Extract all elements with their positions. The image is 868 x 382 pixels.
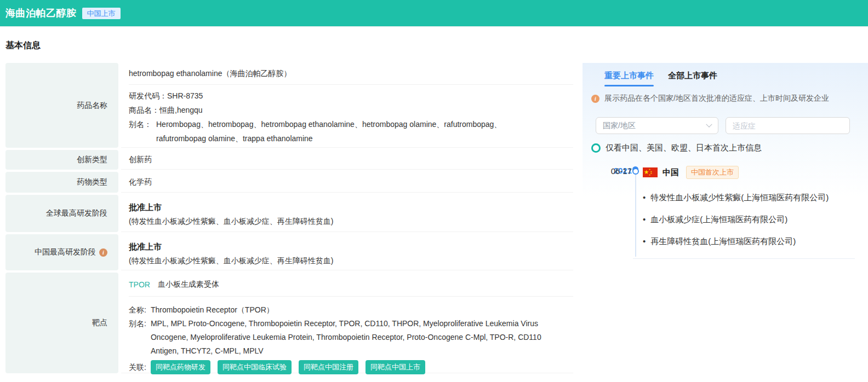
china-stage-value: 批准上市 <box>129 240 573 253</box>
drug-title: 海曲泊帕乙醇胺 <box>5 7 77 20</box>
country-region-placeholder: 国家/地区 <box>603 121 636 131</box>
row-value: 批准上市 (特发性血小板减少性紫癜、血小板减少症、再生障碍性贫血) <box>121 195 573 232</box>
global-stage-value: 批准上市 <box>129 201 573 214</box>
row-label: 药物类型 <box>5 172 118 193</box>
timeline-indication-list: • 特发性血小板减少性紫癜(上海恒瑞医药有限公司) • 血小板减少症(上海恒瑞医… <box>643 193 855 247</box>
row-value: hetrombopag ethanolamine（海曲泊帕乙醇胺） 研发代码：S… <box>121 63 573 148</box>
tab-all-market-events[interactable]: 全部上市事件 <box>668 71 717 86</box>
target-symbol-link[interactable]: TPOR <box>129 280 150 289</box>
alias-line: 别名： Herombopag、hetrombopag、hetrombopag e… <box>129 117 573 146</box>
row-label-text: 药品名称 <box>77 101 107 111</box>
section-title-basic-info: 基本信息 <box>5 40 868 51</box>
china-listed-badge: 中国上市 <box>82 8 121 19</box>
innovation-type-value: 创新药 <box>129 150 573 169</box>
row-label: 创新类型 <box>5 150 118 170</box>
row-value: TPOR 血小板生成素受体 全称: Thrombopoietin Recepto… <box>121 273 573 373</box>
first-launch-radio-label: 仅看中国、美国、欧盟、日本首次上市信息 <box>606 143 762 153</box>
trade-name-line: 商品名：恒曲,hengqu <box>129 103 573 117</box>
timeline-divider <box>633 258 855 259</box>
timeline-node-ring <box>632 168 639 175</box>
events-tabs: 重要上市事件 全部上市事件 <box>604 71 855 86</box>
market-events-panel: 重要上市事件 全部上市事件 i 展示药品在各个国家/地区首次批准的适应症、上市时… <box>583 63 868 279</box>
first-launch-radio[interactable] <box>591 143 601 153</box>
events-filters: 国家/地区 <box>596 117 855 134</box>
table-row-target: 靶点 TPOR 血小板生成素受体 全称: Thrombopoietin Rece… <box>5 273 573 373</box>
target-name: 血小板生成素受体 <box>158 280 219 290</box>
launch-timeline: 2021 06-17 ★ ★ ★ ★ ★ 中国 中国首次上市 • 特发性 <box>600 166 855 259</box>
target-fullname-line: 全称: Thrombopoietin Receptor（TPOR） <box>129 303 573 317</box>
same-target-china-launch-button[interactable]: 同靶点中国上市 <box>366 360 425 374</box>
timeline-country: 中国 <box>663 167 679 178</box>
same-target-china-trials-button[interactable]: 同靶点中国临床试验 <box>218 360 292 374</box>
indication-input[interactable] <box>726 117 850 134</box>
table-row-innovation-type: 创新类型 创新药 <box>5 150 573 170</box>
target-related-line: 关联: 同靶点药物研发 同靶点中国临床试验 同靶点中国注册 同靶点中国上市 <box>129 360 573 374</box>
main-content: 药品名称 hetrombopag ethanolamine（海曲泊帕乙醇胺） 研… <box>5 63 868 373</box>
bullet-icon: • <box>643 236 646 247</box>
bullet-icon: • <box>643 215 646 225</box>
country-region-select[interactable]: 国家/地区 <box>596 117 718 134</box>
info-icon[interactable]: i <box>99 248 107 257</box>
timeline-indication-item: • 再生障碍性贫血(上海恒瑞医药有限公司) <box>643 236 855 247</box>
same-target-rnd-button[interactable]: 同靶点药物研发 <box>151 360 210 374</box>
info-icon: i <box>591 95 599 103</box>
global-stage-indications: (特发性血小板减少性紫癜、血小板减少症、再生障碍性贫血) <box>129 214 573 229</box>
events-info-text: 展示药品在各个国家/地区首次批准的适应症、上市时间及研发企业 <box>604 94 829 103</box>
first-launch-filter: 仅看中国、美国、欧盟、日本首次上市信息 <box>591 143 855 153</box>
tab-important-market-events[interactable]: 重要上市事件 <box>604 71 654 86</box>
row-label: 中国最高研发阶段 i <box>5 234 118 270</box>
page-header: 海曲泊帕乙醇胺 中国上市 <box>0 0 868 27</box>
timeline-date: 06-17 <box>600 166 632 176</box>
drug-type-value: 化学药 <box>129 172 573 192</box>
china-stage-indications: (特发性血小板减少性紫癜、血小板减少症、再生障碍性贫血) <box>129 253 573 268</box>
row-label: 全球最高研发阶段 <box>5 195 118 232</box>
row-value: 化学药 <box>121 172 573 193</box>
dev-code-line: 研发代码：SHR-8735 <box>129 89 573 103</box>
same-target-china-registration-button[interactable]: 同靶点中国注册 <box>299 360 358 374</box>
china-first-launch-badge: 中国首次上市 <box>686 166 739 179</box>
timeline-rail <box>635 170 636 257</box>
drug-primary-name: hetrombopag ethanolamine（海曲泊帕乙醇胺） <box>129 63 573 85</box>
target-alias-line: 别名: MPL, MPL Proto-Oncogene, Thrombopoie… <box>129 317 573 358</box>
chevron-down-icon <box>706 121 712 127</box>
timeline-indication-item: • 血小板减少症(上海恒瑞医药有限公司) <box>643 215 855 225</box>
basic-info-table: 药品名称 hetrombopag ethanolamine（海曲泊帕乙醇胺） 研… <box>5 63 573 373</box>
table-row-drug-name: 药品名称 hetrombopag ethanolamine（海曲泊帕乙醇胺） 研… <box>5 63 573 148</box>
timeline-entry-china: 06-17 ★ ★ ★ ★ ★ 中国 中国首次上市 <box>643 166 855 179</box>
table-row-china-stage: 中国最高研发阶段 i 批准上市 (特发性血小板减少性紫癜、血小板减少症、再生障碍… <box>5 234 573 270</box>
row-value: 批准上市 (特发性血小板减少性紫癜、血小板减少症、再生障碍性贫血) <box>121 234 573 270</box>
row-label: 药品名称 <box>5 63 118 148</box>
bullet-icon: • <box>643 193 646 203</box>
table-row-drug-type: 药物类型 化学药 <box>5 172 573 193</box>
row-label: 靶点 <box>5 273 118 373</box>
timeline-indication-item: • 特发性血小板减少性紫癜(上海恒瑞医药有限公司) <box>643 193 855 203</box>
row-value: 创新药 <box>121 150 573 170</box>
china-flag-icon: ★ ★ ★ ★ ★ <box>643 167 658 177</box>
table-row-global-stage: 全球最高研发阶段 批准上市 (特发性血小板减少性紫癜、血小板减少症、再生障碍性贫… <box>5 195 573 232</box>
svg-text:★: ★ <box>649 173 651 176</box>
events-info-note: i 展示药品在各个国家/地区首次批准的适应症、上市时间及研发企业 <box>591 94 855 103</box>
